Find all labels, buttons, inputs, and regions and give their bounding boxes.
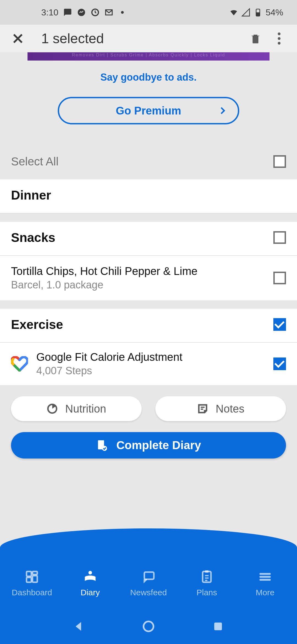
nav-plans[interactable]: Plans — [182, 570, 232, 597]
select-all-label: Select All — [11, 155, 59, 168]
snacks-item-title: Tortilla Chips, Hot Chili Pepper & Lime — [11, 265, 197, 277]
note-icon — [197, 403, 208, 414]
nav-more[interactable]: More — [240, 570, 290, 597]
exercise-item-checkbox[interactable] — [273, 358, 286, 370]
nav-dashboard[interactable]: Dashboard — [7, 570, 57, 597]
wifi-icon — [229, 8, 238, 17]
svg-rect-7 — [27, 572, 31, 576]
exercise-section-header[interactable]: Exercise — [0, 309, 297, 343]
svg-point-15 — [144, 621, 153, 631]
snacks-checkbox[interactable] — [273, 231, 286, 244]
svg-rect-12 — [144, 572, 154, 579]
selection-header: 1 selected — [0, 25, 297, 52]
timer-icon — [91, 8, 100, 17]
system-nav-bar — [0, 620, 297, 633]
plans-icon — [200, 570, 214, 584]
bottom-nav: Dashboard Diary Newsfeed Plans More — [0, 528, 297, 644]
nav-label: Dashboard — [12, 588, 52, 597]
newsfeed-icon — [141, 570, 156, 584]
nutrition-button[interactable]: Nutrition — [11, 396, 142, 421]
nav-newsfeed[interactable]: Newsfeed — [124, 570, 173, 597]
snacks-item-checkbox[interactable] — [273, 272, 286, 284]
battery-percent: 54% — [266, 7, 283, 18]
dashboard-icon — [25, 570, 39, 584]
nav-label: Diary — [81, 588, 100, 597]
snacks-section-header[interactable]: Snacks — [0, 222, 297, 256]
home-button[interactable] — [142, 620, 155, 633]
snacks-item-row[interactable]: Tortilla Chips, Hot Chili Pepper & Lime … — [0, 256, 297, 301]
signal-icon — [241, 8, 250, 17]
back-button[interactable] — [72, 620, 86, 633]
dot-icon — [121, 11, 124, 14]
select-all-checkbox[interactable] — [273, 155, 286, 168]
snacks-title: Snacks — [11, 230, 55, 245]
recents-button[interactable] — [211, 620, 225, 633]
action-row: Nutrition Notes — [0, 385, 297, 432]
svg-rect-8 — [32, 572, 37, 575]
gmail-icon — [105, 8, 113, 17]
svg-rect-9 — [27, 577, 31, 582]
diary-check-icon — [96, 439, 108, 451]
exercise-item-row[interactable]: Google Fit Calorie Adjustment 4,007 Step… — [0, 343, 297, 385]
svg-rect-14 — [205, 570, 209, 573]
selection-count: 1 selected — [41, 31, 250, 47]
nav-label: Plans — [196, 588, 217, 597]
select-all-row[interactable]: Select All — [0, 144, 297, 179]
exercise-item-title: Google Fit Calorie Adjustment — [36, 351, 182, 363]
notes-button[interactable]: Notes — [155, 396, 286, 421]
hamburger-icon — [258, 570, 272, 584]
exercise-item-sub: 4,007 Steps — [36, 365, 182, 377]
nav-label: More — [256, 588, 274, 597]
exercise-checkbox[interactable] — [273, 318, 286, 331]
svg-rect-3 — [256, 12, 260, 16]
complete-diary-button[interactable]: Complete Diary — [11, 432, 286, 459]
piechart-icon — [46, 403, 58, 414]
trash-icon[interactable] — [250, 33, 261, 44]
premium-label: Go Premium — [116, 105, 181, 117]
nav-diary[interactable]: Diary — [65, 570, 115, 597]
overflow-menu-icon[interactable] — [278, 32, 280, 45]
goodbye-ads-link[interactable]: Say goodbye to ads. — [0, 72, 297, 83]
messenger-icon — [77, 8, 86, 17]
nutrition-label: Nutrition — [65, 403, 106, 415]
snacks-item-sub: Barcel, 1.0 package — [11, 279, 197, 291]
close-icon[interactable] — [11, 32, 25, 45]
svg-rect-10 — [32, 576, 37, 582]
complete-label: Complete Diary — [116, 439, 201, 452]
ad-banner[interactable]: Removes Dirt | Scrubs Grime | Absorbs Qu… — [28, 52, 270, 61]
google-fit-icon — [11, 356, 28, 372]
notes-label: Notes — [216, 403, 244, 415]
nav-label: Newsfeed — [130, 588, 167, 597]
exercise-title: Exercise — [11, 317, 63, 332]
dinner-title: Dinner — [11, 188, 51, 203]
chat-icon — [63, 8, 72, 17]
status-time: 3:10 — [41, 7, 58, 18]
status-bar: 3:10 54% — [0, 0, 297, 25]
go-premium-button[interactable]: Go Premium — [58, 97, 239, 124]
diary-icon — [83, 570, 97, 584]
battery-icon — [254, 8, 262, 17]
svg-rect-16 — [214, 623, 222, 630]
chevron-right-icon — [218, 107, 225, 114]
dinner-section-header[interactable]: Dinner — [0, 179, 297, 214]
svg-point-11 — [89, 571, 92, 574]
